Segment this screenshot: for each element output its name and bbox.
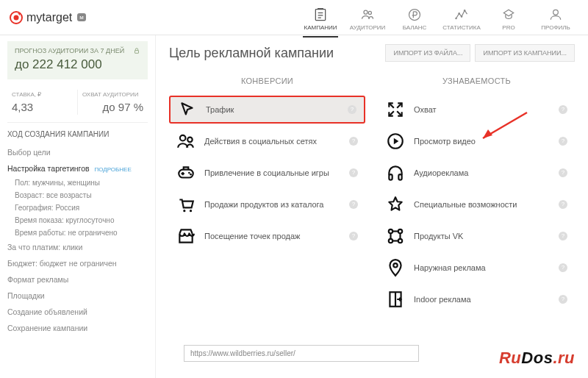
svg-point-8 bbox=[409, 9, 420, 20]
url-input[interactable] bbox=[184, 345, 419, 362]
headphones-icon bbox=[386, 163, 405, 182]
step-save[interactable]: Сохранение кампании bbox=[7, 320, 148, 336]
help-icon[interactable]: ? bbox=[559, 105, 567, 114]
balance-icon bbox=[406, 7, 423, 22]
sub-worktime[interactable]: Время работы: не ограничено bbox=[15, 227, 148, 239]
step-budget[interactable]: Бюджет: бюджет не ограничен bbox=[7, 255, 148, 271]
cart-icon bbox=[176, 195, 196, 214]
sub-time[interactable]: Время показа: круглосуточно bbox=[15, 214, 148, 227]
help-icon[interactable]: ? bbox=[559, 263, 567, 272]
svg-point-30 bbox=[398, 239, 402, 243]
awareness-heading: УЗНАВАЕМОСТЬ bbox=[379, 69, 575, 96]
goal-traffic[interactable]: Трафик ? bbox=[169, 96, 365, 124]
nav-campaigns[interactable]: КАМПАНИИ bbox=[297, 4, 344, 31]
svg-point-6 bbox=[364, 10, 368, 14]
top-header: mytarget м КАМПАНИИ АУДИТОРИИ БАЛАНС СТА… bbox=[0, 0, 588, 35]
help-icon[interactable]: ? bbox=[559, 137, 567, 146]
step-targeting[interactable]: Настройка таргетингов ПОДРОБНЕЕ bbox=[7, 160, 148, 176]
import-campaign-button[interactable]: ИМПОРТ ИЗ КАМПАНИИ... bbox=[475, 44, 575, 62]
audiences-icon bbox=[359, 7, 376, 22]
brand-name: mytarget bbox=[26, 11, 72, 24]
lock-icon bbox=[133, 47, 140, 56]
svg-point-7 bbox=[368, 11, 371, 14]
watermark: RuDos.ru bbox=[499, 349, 575, 368]
goal-audio[interactable]: Аудиореклама ? bbox=[379, 159, 575, 187]
pro-icon bbox=[501, 7, 517, 22]
svg-point-12 bbox=[464, 9, 466, 10]
door-icon bbox=[386, 290, 405, 309]
goal-outdoor[interactable]: Наружная реклама ? bbox=[379, 254, 575, 282]
svg-rect-14 bbox=[135, 51, 139, 54]
nav-balance[interactable]: БАЛАНС bbox=[391, 4, 438, 31]
step-creatives[interactable]: Создание объявлений bbox=[7, 304, 148, 320]
help-icon[interactable]: ? bbox=[349, 232, 358, 240]
grid-icon bbox=[386, 227, 405, 246]
svg-point-23 bbox=[190, 210, 192, 212]
sidebar: ПРОГНОЗ АУДИТОРИИ ЗА 7 ДНЕЙ до 222 412 0… bbox=[0, 35, 156, 378]
awareness-column: УЗНАВАЕМОСТЬ Охват ? Просмотр видео ? Ау… bbox=[379, 69, 575, 317]
svg-point-22 bbox=[183, 210, 185, 212]
stats-row: СТАВКА, ₽ 4,33 ОХВАТ АУДИТОРИИ до 97 % bbox=[7, 85, 148, 123]
nav-profile[interactable]: ПРОФИЛЬ bbox=[532, 4, 579, 31]
annotation-arrow bbox=[472, 109, 531, 146]
social-icon bbox=[176, 132, 196, 151]
step-pay[interactable]: За что платим: клики bbox=[7, 239, 148, 255]
brand-badge: м bbox=[77, 13, 86, 21]
help-icon[interactable]: ? bbox=[349, 168, 358, 177]
star-icon bbox=[386, 195, 405, 214]
sidebar-heading: ХОД СОЗДАНИЯ КАМПАНИИ bbox=[7, 130, 148, 138]
goal-social-actions[interactable]: Действия в социальных сетях ? bbox=[169, 127, 365, 155]
sub-geo[interactable]: География: Россия bbox=[15, 202, 148, 214]
profile-icon bbox=[548, 7, 564, 22]
play-circle-icon bbox=[386, 132, 405, 151]
targeting-more-link[interactable]: ПОДРОБНЕЕ bbox=[94, 166, 131, 173]
help-icon[interactable]: ? bbox=[559, 200, 567, 209]
nav-pro[interactable]: PRO bbox=[485, 4, 532, 31]
svg-point-11 bbox=[461, 15, 463, 18]
goal-social-games[interactable]: Привлечение в социальные игры ? bbox=[169, 159, 365, 187]
goal-special[interactable]: Специальные возможности ? bbox=[379, 190, 575, 218]
help-icon[interactable]: ? bbox=[559, 295, 567, 304]
help-icon[interactable]: ? bbox=[348, 105, 356, 114]
goal-indoor[interactable]: Indoor реклама ? bbox=[379, 285, 575, 313]
step-placements[interactable]: Площадки bbox=[7, 288, 148, 304]
svg-point-35 bbox=[393, 263, 397, 267]
svg-rect-25 bbox=[389, 174, 392, 180]
sub-age[interactable]: Возраст: все возрасты bbox=[15, 189, 148, 202]
svg-marker-38 bbox=[483, 129, 492, 138]
svg-point-21 bbox=[190, 174, 192, 176]
pin-icon bbox=[386, 258, 405, 277]
brand-logo[interactable]: mytarget м bbox=[9, 10, 86, 25]
svg-point-29 bbox=[389, 239, 392, 243]
nav-stats[interactable]: СТАТИСТИКА bbox=[438, 4, 485, 31]
help-icon[interactable]: ? bbox=[559, 232, 567, 240]
svg-point-28 bbox=[398, 229, 402, 233]
import-file-button[interactable]: ИМПОРТ ИЗ ФАЙЛА... bbox=[385, 44, 470, 62]
sub-gender[interactable]: Пол: мужчины, женщины bbox=[15, 176, 148, 189]
goal-catalog-sales[interactable]: Продажи продуктов из каталога ? bbox=[169, 190, 365, 218]
top-nav: КАМПАНИИ АУДИТОРИИ БАЛАНС СТАТИСТИКА PRO… bbox=[297, 4, 579, 31]
goal-vk[interactable]: Продукты VK ? bbox=[379, 222, 575, 250]
bid-stat: СТАВКА, ₽ 4,33 bbox=[7, 90, 77, 115]
svg-point-27 bbox=[389, 229, 392, 233]
svg-point-10 bbox=[458, 13, 460, 14]
help-icon[interactable]: ? bbox=[349, 137, 358, 146]
conversions-heading: КОНВЕРСИИ bbox=[169, 69, 365, 96]
target-icon bbox=[9, 10, 24, 25]
campaigns-icon bbox=[312, 7, 329, 22]
goal-store-visits[interactable]: Посещение точек продаж ? bbox=[169, 222, 365, 250]
store-icon bbox=[176, 227, 196, 246]
svg-point-13 bbox=[553, 10, 559, 15]
step-format[interactable]: Формат рекламы bbox=[7, 271, 148, 288]
nav-audiences[interactable]: АУДИТОРИИ bbox=[344, 4, 391, 31]
help-icon[interactable]: ? bbox=[559, 168, 567, 177]
svg-point-1 bbox=[14, 15, 19, 20]
expand-icon bbox=[386, 100, 405, 119]
step-goal[interactable]: Выбор цели bbox=[7, 144, 148, 160]
gamepad-icon bbox=[176, 163, 196, 182]
svg-point-9 bbox=[455, 17, 457, 19]
conversions-column: КОНВЕРСИИ Трафик ? Действия в социальных… bbox=[169, 69, 365, 317]
svg-rect-2 bbox=[315, 9, 325, 20]
svg-point-15 bbox=[180, 135, 186, 141]
help-icon[interactable]: ? bbox=[349, 200, 358, 209]
